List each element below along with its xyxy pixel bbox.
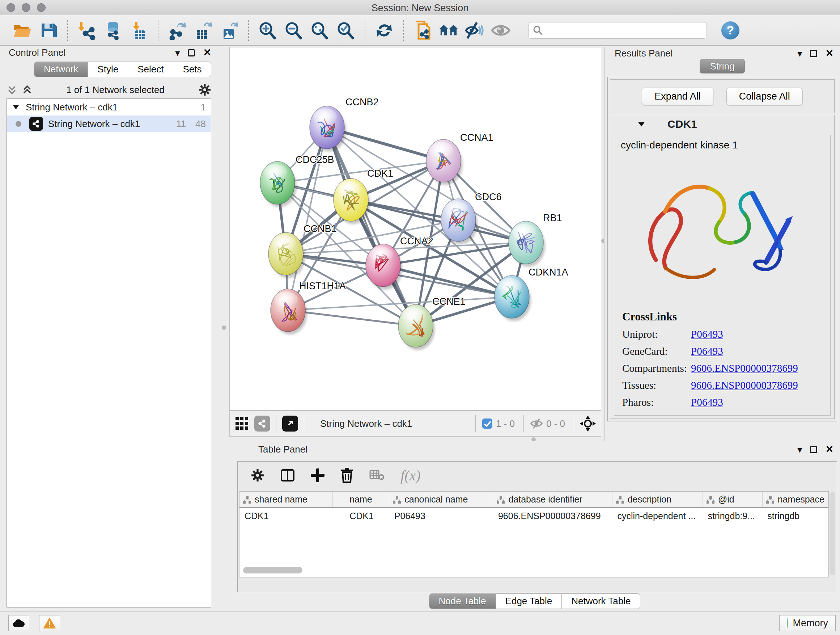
tab-style[interactable]: Style (88, 62, 128, 77)
collapse-all-networks-icon[interactable] (22, 84, 33, 95)
cell-database-identifier[interactable]: 9606.ENSP00000378699 (493, 508, 612, 524)
zoom-fit-button[interactable] (309, 20, 330, 41)
detach-view-button[interactable] (282, 416, 298, 432)
home-networks-button[interactable] (439, 20, 459, 41)
cell-namespace[interactable]: stringdb (762, 508, 828, 524)
column-type-icon (706, 496, 714, 504)
float-panel-button[interactable] (188, 49, 195, 57)
cell-canonical-name[interactable]: P06493 (389, 508, 493, 524)
zoom-selected-button[interactable] (336, 20, 356, 41)
network-node-RB1: RB1 (508, 212, 562, 267)
crosslink-label: Compartments: (622, 363, 691, 374)
window-title: Session: New Session (0, 3, 840, 14)
column-type-icon (393, 496, 401, 504)
import-table-button[interactable] (129, 20, 149, 41)
crosslink-tissues-link[interactable]: 9606.ENSP00000378699 (691, 379, 798, 391)
network-file-icon (414, 21, 431, 40)
network-options-gear-icon[interactable] (198, 83, 211, 96)
apply-layout-button[interactable] (374, 20, 394, 41)
export-table-button[interactable] (193, 20, 213, 41)
network-overview-icon[interactable] (254, 416, 270, 432)
close-panel-button[interactable]: ✕ (203, 48, 211, 57)
left-splitter-handle[interactable] (222, 325, 226, 330)
show-graphics-button[interactable] (491, 20, 511, 41)
status-bar: Memory (0, 611, 840, 635)
tab-select[interactable]: Select (128, 62, 173, 77)
collection-label: String Network – cdk1 (26, 102, 201, 113)
crosslink-compartments-link[interactable]: 9606.ENSP00000378699 (691, 363, 798, 374)
crosslink-genecard-link[interactable]: P06493 (691, 345, 723, 357)
zoom-in-button[interactable] (257, 20, 278, 41)
import-network-from-database-button[interactable] (103, 20, 123, 41)
expand-all-networks-icon[interactable] (6, 84, 17, 95)
cell-shared-name[interactable]: CDK1 (240, 508, 332, 524)
close-table-panel-button[interactable]: ✕ (825, 445, 834, 454)
table-options-gear-icon[interactable] (251, 469, 264, 482)
network-canvas[interactable]: CCNB2CCNA1CDC25BCDK1CDC6RB1CCNB1CCNA2CDK… (229, 47, 601, 410)
tab-network[interactable]: Network (34, 62, 88, 77)
tab-sets[interactable]: Sets (173, 62, 211, 77)
float-table-panel-button[interactable] (810, 446, 817, 453)
birds-eye-crosshair-icon[interactable] (580, 416, 596, 432)
node-table[interactable]: shared name name canonical name database… (239, 491, 829, 578)
warnings-button[interactable] (39, 615, 60, 631)
refresh-icon (375, 21, 393, 40)
horizontal-scrollbar-thumb[interactable] (243, 567, 302, 573)
hide-unhide-button[interactable] (464, 20, 485, 41)
cloud-status-button[interactable] (8, 615, 29, 631)
gene-expander-icon[interactable] (637, 120, 646, 128)
export-image-button[interactable] (219, 20, 240, 41)
crosslink-uniprot-link[interactable]: P06493 (691, 328, 723, 340)
node-label-CCNB1: CCNB1 (303, 223, 337, 234)
tab-network-table[interactable]: Network Table (562, 593, 640, 609)
cloud-icon (12, 618, 25, 628)
network-collection-row[interactable]: String Network – cdk1 1 (7, 99, 211, 116)
expander-triangle-icon[interactable] (12, 103, 20, 111)
tab-node-table[interactable]: Node Table (429, 593, 496, 609)
cell-name[interactable]: CDK1 (332, 508, 389, 524)
tab-string[interactable]: String (699, 59, 745, 73)
network-graph[interactable]: CCNB2CCNA1CDC25BCDK1CDC6RB1CCNB1CCNA2CDK… (230, 48, 601, 410)
float-results-panel-button[interactable] (810, 50, 817, 57)
delete-column-trash-icon[interactable] (340, 468, 354, 483)
zoom-out-button[interactable] (284, 20, 304, 41)
collapse-table-panel-button[interactable]: ▾ (797, 445, 802, 454)
node-label-CDC25B: CDC25B (295, 154, 334, 165)
search-input[interactable] (543, 23, 702, 38)
export-network-button[interactable] (167, 20, 187, 41)
create-column-plus-icon[interactable] (311, 469, 325, 482)
open-session-button[interactable] (12, 20, 33, 41)
tab-edge-table[interactable]: Edge Table (496, 593, 562, 609)
cell-description[interactable]: cyclin-dependent ... (612, 508, 703, 524)
function-builder-icon[interactable]: f(x) (401, 467, 421, 484)
zoom-out-icon (284, 21, 303, 40)
zoom-in-icon (258, 21, 278, 40)
collapse-all-button[interactable]: Collapse All (726, 88, 803, 105)
close-results-panel-button[interactable]: ✕ (825, 49, 834, 58)
grid-view-icon[interactable] (235, 416, 249, 431)
network-row[interactable]: String Network – cdk1 11 48 (7, 116, 211, 132)
network-node-CCNB1: CCNB1 (268, 223, 337, 278)
import-network-file-button[interactable] (77, 20, 97, 41)
help-button[interactable]: ? (722, 21, 739, 40)
node-label-RB1: RB1 (543, 212, 562, 223)
collapse-panel-button[interactable]: ▾ (175, 48, 180, 57)
table-tabs: Node Table Edge Table Network Table (429, 593, 641, 609)
crosslink-pharos-link[interactable]: P06493 (691, 396, 723, 409)
main-toolbar: ? (0, 15, 840, 46)
memory-button[interactable]: Memory (779, 615, 836, 631)
delete-table-icon[interactable] (369, 469, 385, 481)
save-session-button[interactable] (38, 20, 58, 41)
vertical-scrollbar-track[interactable] (829, 492, 835, 575)
column-type-icon (766, 496, 774, 504)
search-field[interactable] (528, 22, 707, 39)
show-columns-icon[interactable] (280, 468, 295, 483)
expand-all-button[interactable]: Expand All (642, 88, 714, 105)
table-row[interactable]: CDK1 CDK1 P06493 9606.ENSP00000378699 cy… (240, 508, 829, 524)
new-network-from-selection-button[interactable] (412, 20, 433, 41)
cell-id[interactable]: stringdb:9... (703, 508, 762, 524)
table-header-row[interactable]: shared name name canonical name database… (240, 492, 829, 508)
network-node-CCNE1: CCNE1 (398, 296, 466, 350)
selected-checkbox-icon[interactable] (482, 418, 493, 429)
collapse-results-panel-button[interactable]: ▾ (797, 49, 802, 58)
